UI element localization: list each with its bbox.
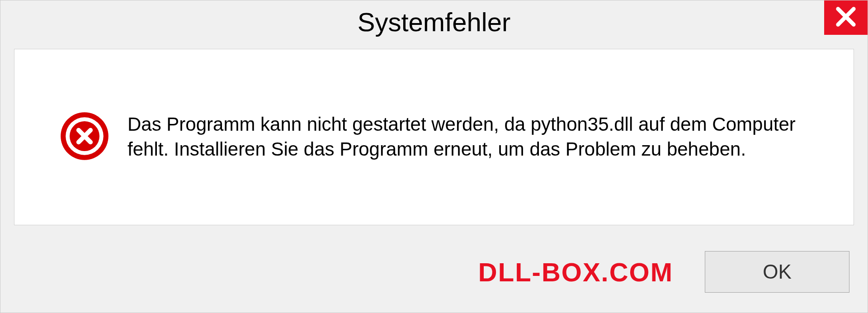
error-icon [60, 111, 109, 163]
dialog-titlebar: Systemfehler [0, 0, 868, 43]
error-message: Das Programm kann nicht gestartet werden… [127, 112, 835, 161]
dialog-content: Das Programm kann nicht gestartet werden… [14, 49, 854, 225]
ok-button[interactable]: OK [705, 251, 849, 293]
dialog-footer: DLL-BOX.COM OK [0, 231, 868, 313]
dialog-title: Systemfehler [358, 7, 510, 37]
close-icon [834, 5, 858, 30]
close-button[interactable] [824, 0, 868, 35]
ok-button-label: OK [763, 261, 792, 283]
watermark-text: DLL-BOX.COM [478, 257, 673, 287]
